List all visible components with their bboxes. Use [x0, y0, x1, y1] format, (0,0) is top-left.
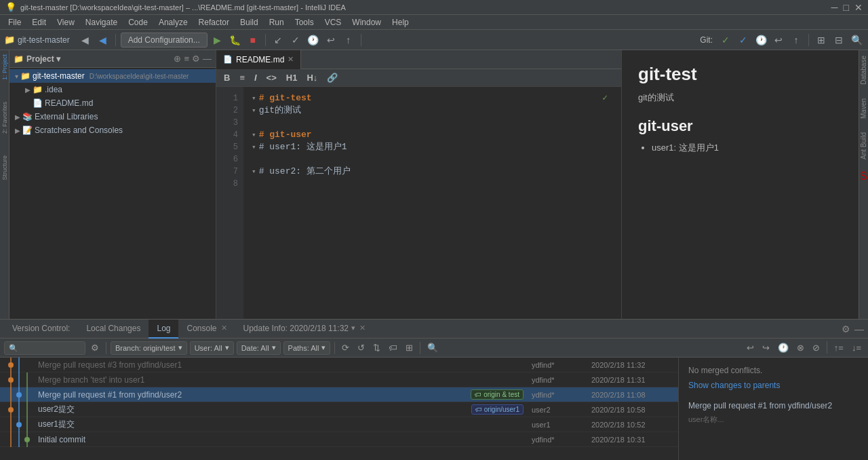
link-button[interactable]: 🔗 [323, 71, 341, 84]
settings-icon[interactable]: ≡ [184, 54, 189, 64]
sidebar-item-project[interactable]: 1: Project [0, 50, 9, 84]
clock-icon[interactable]: 🕐 [775, 341, 791, 354]
git-history[interactable]: 🕐 [753, 33, 768, 47]
revert-button[interactable]: ↩ [323, 33, 338, 47]
branch-dropdown[interactable]: Branch: origin/test ▾ [111, 341, 187, 355]
close-button[interactable]: ✕ [854, 2, 863, 13]
commit-row-6[interactable]: Initial commit ydfind* 2020/2/18 10:31 [0, 432, 678, 447]
menu-refactor[interactable]: Refactor [193, 16, 235, 28]
vc-settings-icon[interactable]: ⚙ [88, 341, 102, 354]
paths-dropdown[interactable]: Paths: All ▾ [283, 341, 331, 355]
sidebar-maven[interactable]: Maven [859, 96, 868, 121]
code-area[interactable]: ▾ # git-test ✓ ▾ git的测试 ▾ # git-user ▾ #… [243, 87, 621, 319]
git-check1[interactable]: ✓ [718, 33, 733, 47]
navigate-back-button[interactable]: ◀ [78, 33, 93, 47]
tab-update-info[interactable]: Update Info: 2020/2/18 11:32 ▾ ✕ [235, 320, 374, 339]
sidebar-ant[interactable]: Ant Build [859, 130, 868, 162]
menu-window[interactable]: Window [347, 16, 387, 28]
git-push[interactable]: ↑ [789, 33, 804, 47]
show-changes-link[interactable]: Show changes to parents [688, 381, 780, 390]
commit-row-3[interactable]: Merge pull request #1 from ydfind/user2 … [0, 387, 678, 402]
diff-icon[interactable]: ⊘ [810, 341, 823, 354]
menu-tools[interactable]: Tools [290, 16, 319, 28]
menu-build[interactable]: Build [235, 16, 264, 28]
list-button[interactable]: ≡ [236, 71, 248, 84]
navigate-forward-button[interactable]: ◀ [96, 33, 111, 47]
sidebar-database[interactable]: Database [859, 53, 868, 88]
branches-icon[interactable]: ⇅ [370, 341, 383, 354]
commit-row-2[interactable]: Merge branch 'test' into user1 ydfind* 2… [0, 372, 678, 387]
user-dropdown[interactable]: User: All ▾ [190, 341, 234, 355]
project-window-button[interactable]: ⊞ [814, 33, 829, 47]
merge-icon[interactable]: ⊗ [794, 341, 807, 354]
sort-down-icon[interactable]: ↓= [849, 341, 864, 354]
group-icon[interactable]: ⊞ [403, 341, 416, 354]
tab-close-button[interactable]: ✕ [288, 55, 294, 64]
undo-icon[interactable]: ↩ [744, 341, 757, 354]
sidebar-item-structure[interactable]: Structure [0, 151, 9, 185]
tree-root[interactable]: ▾ 📁 git-test-master D:\workspaceIdea\git… [9, 69, 216, 83]
menu-vcs[interactable]: VCS [319, 16, 347, 28]
search-vc-icon[interactable]: 🔍 [425, 341, 441, 354]
settings-bottom-icon[interactable]: ⚙ [842, 324, 850, 334]
tab-console[interactable]: Console ✕ [178, 320, 235, 339]
run-button[interactable]: ▶ [210, 33, 225, 47]
menu-code[interactable]: Code [123, 16, 153, 28]
code-button[interactable]: <> [263, 71, 280, 84]
update-info-expand[interactable]: ▾ [351, 324, 355, 332]
menu-analyze[interactable]: Analyze [153, 16, 193, 28]
tree-item-scratches[interactable]: ▶ 📝 Scratches and Consoles [9, 123, 216, 137]
fold-icon-5[interactable]: ▾ [252, 141, 256, 153]
git-check2[interactable]: ✓ [736, 33, 751, 47]
editor-tab-readme[interactable]: 📄 README.md ✕ [216, 50, 301, 69]
commit-button[interactable]: ✓ [288, 33, 303, 47]
maximize-button[interactable]: □ [844, 2, 849, 13]
fold-icon-4[interactable]: ▾ [252, 129, 256, 141]
date-dropdown[interactable]: Date: All ▾ [237, 341, 281, 355]
stop-button[interactable]: ■ [245, 33, 260, 47]
git-rollback[interactable]: ↩ [771, 33, 786, 47]
menu-help[interactable]: Help [387, 16, 414, 28]
italic-button[interactable]: I [251, 71, 260, 84]
console-close[interactable]: ✕ [221, 324, 227, 332]
split-button[interactable]: ⊟ [831, 33, 846, 47]
push-button[interactable]: ↑ [341, 33, 356, 47]
fold-icon-1[interactable]: ▾ [252, 92, 256, 104]
update-button[interactable]: ↙ [271, 33, 285, 47]
menu-file[interactable]: File [3, 16, 26, 28]
tab-local-changes[interactable]: Local Changes [78, 320, 149, 339]
h-down-button[interactable]: H↓ [303, 71, 321, 84]
search-input[interactable] [4, 341, 85, 355]
menu-view[interactable]: View [52, 16, 80, 28]
bold-button[interactable]: B [220, 71, 233, 84]
gear-icon[interactable]: ⚙ [192, 54, 200, 64]
commit-row-5[interactable]: user1提交 user1 2020/2/18 10:52 [0, 417, 678, 432]
search-everywhere-button[interactable]: 🔍 [849, 33, 864, 47]
update-close[interactable]: ✕ [359, 324, 366, 332]
tab-log[interactable]: Log [149, 320, 178, 339]
menu-navigate[interactable]: Navigate [80, 16, 123, 28]
fold-icon-7[interactable]: ▾ [252, 166, 256, 178]
redo-icon[interactable]: ↪ [760, 341, 772, 354]
spellcheck-icon[interactable]: S [860, 170, 867, 183]
h1-button[interactable]: H1 [283, 71, 301, 84]
sort-up-icon[interactable]: ↑= [831, 341, 846, 354]
tree-item-readme[interactable]: ▶ 📄 README.md [9, 96, 216, 110]
cherry-pick-icon[interactable]: ↺ [355, 341, 368, 354]
refresh-icon[interactable]: ⟳ [339, 341, 352, 354]
menu-edit[interactable]: Edit [26, 16, 52, 28]
history-button[interactable]: 🕐 [306, 33, 321, 47]
menu-run[interactable]: Run [264, 16, 290, 28]
tree-item-idea[interactable]: ▶ 📁 .idea [9, 83, 216, 96]
commit-row-4[interactable]: user2提交 🏷origin/user1 user2 2020/2/18 10… [0, 402, 678, 417]
tag-icon[interactable]: 🏷 [386, 341, 400, 354]
commit-row-1[interactable]: Merge pull request #3 from ydfind/user1 … [0, 358, 678, 372]
add-configuration-button[interactable]: Add Configuration... [121, 33, 208, 47]
locate-icon[interactable]: ⊕ [174, 54, 181, 64]
sidebar-item-favorites[interactable]: 2: Favorites [0, 98, 9, 138]
minimize-bottom-icon[interactable]: — [854, 324, 864, 334]
debug-button[interactable]: 🐛 [228, 33, 243, 47]
tree-item-ext-libs[interactable]: ▶ 📚 External Libraries [9, 110, 216, 123]
minimize-button[interactable]: ─ [831, 2, 838, 13]
minimize-panel-icon[interactable]: — [203, 54, 212, 64]
